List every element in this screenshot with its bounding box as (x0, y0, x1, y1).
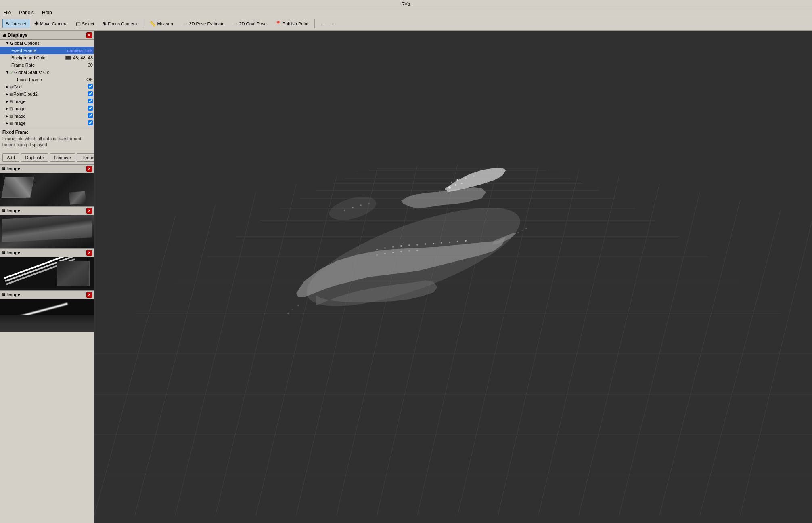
2d-pose-estimate-label: 2D Pose Estimate (189, 21, 224, 26)
fixed-frame-status-value: OK (86, 77, 93, 82)
pointcloud2-check[interactable] (88, 91, 93, 96)
tree-image-4[interactable]: ▶ ⊞ Image (0, 120, 94, 127)
image-panel-2: 🖥 Image ✕ (0, 206, 94, 248)
publish-point-icon: 📍 (275, 21, 281, 27)
tree-frame-rate[interactable]: Frame Rate 30 (0, 61, 94, 69)
2d-goal-pose-button[interactable]: → 2D Goal Pose (229, 19, 270, 28)
svg-point-57 (433, 243, 434, 244)
interact-label: Interact (11, 21, 26, 26)
move-camera-button[interactable]: ✥ Move Camera (31, 19, 71, 28)
image4-check[interactable] (88, 120, 93, 125)
svg-point-46 (465, 177, 467, 179)
tree-fixed-frame[interactable]: Fixed Frame camera_link (0, 47, 94, 54)
image-panel-2-close-button[interactable]: ✕ (86, 208, 92, 214)
svg-point-78 (360, 204, 362, 206)
3d-viewport[interactable]: ◀ (94, 31, 812, 523)
move-camera-icon: ✥ (34, 21, 39, 27)
svg-point-49 (481, 174, 483, 175)
image2-display-icon: ⊞ (9, 107, 13, 111)
fixed-frame-value: camera_link (67, 48, 93, 53)
displays-close-button[interactable]: ✕ (86, 32, 92, 38)
grid-arrow[interactable]: ▶ (6, 85, 8, 89)
2d-goal-pose-icon: → (232, 21, 238, 27)
svg-point-70 (292, 309, 293, 310)
image3-arrow[interactable]: ▶ (6, 114, 8, 118)
svg-point-79 (368, 203, 370, 204)
image-panel-4: 🖥 Image ✕ (0, 290, 94, 332)
background-color-swatch (65, 56, 71, 60)
image2-arrow[interactable]: ▶ (6, 107, 8, 111)
svg-point-55 (416, 244, 418, 246)
svg-point-62 (376, 254, 378, 256)
toolbar-separator-1 (143, 19, 143, 28)
tree-grid[interactable]: ▶ ⊞ Grid (0, 83, 94, 90)
image3-check[interactable] (88, 113, 93, 118)
svg-point-53 (400, 245, 402, 247)
menubar: File Panels Help (0, 8, 812, 17)
image-panel-3-title: Image (7, 250, 20, 255)
add-button[interactable]: Add (2, 153, 19, 162)
image-panel-1-title: Image (7, 166, 20, 171)
background-color-label: Background Color (11, 55, 47, 60)
select-button[interactable]: ▢ Select (73, 19, 98, 28)
tree-image-3[interactable]: ▶ ⊞ Image (0, 112, 94, 120)
image4-display-icon: ⊞ (9, 121, 13, 126)
focus-camera-button[interactable]: ⊕ Focus Camera (99, 19, 140, 28)
publish-point-button[interactable]: 📍 Publish Point (272, 19, 312, 28)
2d-pose-estimate-button[interactable]: → 2D Pose Estimate (179, 19, 228, 28)
interact-button[interactable]: ↖ Interact (2, 19, 29, 28)
remove-button[interactable]: Remove (50, 153, 75, 162)
tree-background-color[interactable]: Background Color 48; 48; 48 (0, 54, 94, 61)
duplicate-button[interactable]: Duplicate (21, 153, 48, 162)
menu-panels[interactable]: Panels (17, 9, 36, 16)
svg-point-63 (384, 253, 386, 254)
svg-point-72 (517, 232, 519, 233)
image-panel-3-header: 🖥 Image ✕ (0, 249, 94, 257)
global-options-arrow[interactable]: ▼ (6, 41, 9, 45)
svg-point-45 (457, 179, 459, 181)
3d-scene-canvas (94, 31, 812, 523)
image2-label: Image (13, 106, 26, 111)
rename-button[interactable]: Rename (77, 153, 94, 162)
measure-button[interactable]: 📏 Measure (146, 19, 178, 28)
grid-check[interactable] (88, 84, 93, 89)
pointcloud2-label: PointCloud2 (13, 92, 38, 97)
menu-help[interactable]: Help (40, 9, 54, 16)
image-panel-3-close-button[interactable]: ✕ (86, 250, 92, 256)
pointcloud2-arrow[interactable]: ▶ (6, 92, 8, 96)
focus-camera-icon: ⊕ (102, 21, 107, 27)
menu-file[interactable]: File (2, 9, 13, 16)
svg-point-71 (297, 305, 299, 306)
svg-point-77 (352, 207, 354, 208)
image-panel-4-header-left: 🖥 Image (2, 292, 20, 297)
image-panel-3: 🖥 Image ✕ (0, 248, 94, 290)
tree-image-1[interactable]: ▶ ⊞ Image (0, 98, 94, 105)
image3-label: Image (13, 113, 26, 118)
image-panel-4-close-button[interactable]: ✕ (86, 292, 92, 298)
2d-pose-estimate-icon: → (182, 21, 188, 27)
image1-label: Image (13, 99, 26, 104)
add-display-button[interactable]: + (318, 20, 326, 28)
global-status-label: Global Status: Ok (14, 70, 49, 75)
image-panel-1-close-button[interactable]: ✕ (86, 166, 92, 172)
tree-global-options[interactable]: ▼ Global Options (0, 40, 94, 47)
tree-pointcloud2[interactable]: ▶ ⊞ PointCloud2 (0, 90, 94, 98)
svg-point-64 (392, 252, 394, 253)
tree-global-status[interactable]: ▼ ✓ Global Status: Ok (0, 69, 94, 76)
frame-rate-value: 30 (88, 63, 93, 67)
tree-fixed-frame-status[interactable]: Fixed Frame OK (0, 76, 94, 83)
tree-image-2[interactable]: ▶ ⊞ Image (0, 105, 94, 112)
grid-checkbox[interactable] (88, 84, 93, 90)
svg-point-69 (287, 313, 289, 314)
image3-display-icon: ⊞ (9, 114, 13, 118)
image2-check[interactable] (88, 106, 93, 111)
pointcloud2-checkbox[interactable] (88, 91, 93, 97)
image-panel-3-content (0, 257, 94, 290)
image1-check[interactable] (88, 99, 93, 103)
titlebar: RViz (0, 0, 812, 8)
image4-arrow[interactable]: ▶ (6, 121, 8, 125)
global-status-arrow[interactable]: ▼ (6, 70, 9, 74)
image1-arrow[interactable]: ▶ (6, 99, 8, 103)
remove-display-button[interactable]: − (328, 20, 337, 28)
titlebar-text: RViz (402, 2, 411, 6)
